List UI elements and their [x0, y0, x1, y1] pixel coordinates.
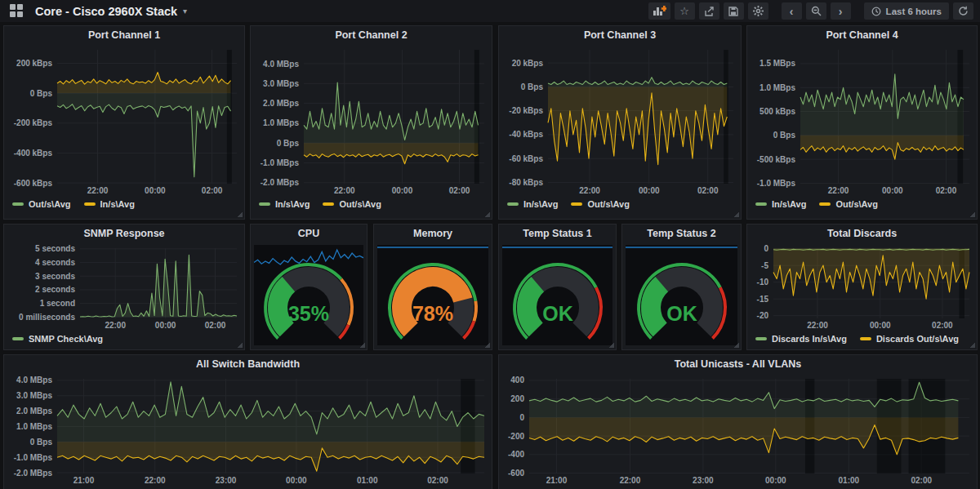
legend-item[interactable]: Out/s\Avg: [323, 199, 381, 209]
time-back-button[interactable]: ‹: [782, 2, 802, 20]
panel-title[interactable]: SNMP Response: [4, 224, 244, 243]
legend-item[interactable]: In/s\Avg: [84, 199, 135, 209]
legend-swatch: [571, 202, 582, 206]
refresh-icon: [958, 6, 969, 16]
y-axis-tick-label: 5 seconds: [35, 244, 75, 253]
time-series-chart[interactable]: 200 kBps0 Bps-200 kBps-400 kBps-600 kBps…: [7, 45, 242, 197]
x-axis-tick-label: 23:00: [216, 476, 237, 485]
legend-item[interactable]: Discards Out/s\Avg: [860, 334, 959, 344]
panel-all-switch-bandwidth: All Switch Bandwidth 4.0 MBps3.0 MBps2.0…: [3, 354, 492, 489]
gauge: OK: [629, 249, 734, 344]
panel-resize-handle[interactable]: [969, 341, 975, 348]
save-button[interactable]: [724, 2, 744, 20]
chevron-right-icon: ›: [839, 6, 843, 17]
share-button[interactable]: [699, 2, 719, 20]
top-navbar: Core - Cisco 2960X Stack ▾ ☆: [0, 0, 980, 22]
x-axis-tick-label: 02:00: [911, 476, 932, 485]
y-axis-tick-label: -600: [508, 469, 524, 478]
y-axis-tick-label: 1.5 MBps: [760, 59, 795, 68]
panel-resize-handle[interactable]: [359, 341, 365, 348]
gauge-value: OK: [666, 302, 697, 325]
legend-item[interactable]: In/s\Avg: [755, 199, 806, 209]
y-axis-tick-label: 0 Bps: [30, 438, 53, 447]
chart-legend: In/s\AvgOut/s\Avg: [251, 197, 492, 211]
time-series-chart[interactable]: 4.0 MBps3.0 MBps2.0 MBps1.0 MBps0 Bps-1.…: [253, 45, 489, 197]
legend-label: In/s\Avg: [100, 199, 135, 209]
panel-resize-handle[interactable]: [608, 341, 614, 348]
settings-button[interactable]: [748, 2, 768, 20]
panel-resize-handle[interactable]: [969, 211, 975, 217]
legend-item[interactable]: In/s\Avg: [259, 199, 310, 209]
zoom-out-button[interactable]: [806, 2, 826, 20]
panel-title[interactable]: All Switch Bandwidth: [4, 355, 492, 374]
y-axis-tick-label: -2.0 MBps: [261, 178, 300, 187]
x-axis-tick-label: 00:00: [392, 186, 413, 195]
gauge: 78%: [381, 249, 485, 344]
legend-item[interactable]: Out/s\Avg: [571, 199, 630, 209]
panel-title[interactable]: Port Channel 2: [251, 26, 492, 45]
panel-cpu-gauge: CPU 35%: [250, 224, 368, 350]
panel-title[interactable]: Total Discards: [747, 224, 977, 243]
y-axis-tick-label: 4 seconds: [35, 258, 75, 267]
panel-resize-handle[interactable]: [733, 341, 739, 348]
dashboard-dropdown-caret[interactable]: ▾: [183, 7, 187, 16]
x-axis-tick-label: 02:00: [697, 186, 719, 195]
panel-title[interactable]: Memory: [374, 224, 492, 243]
legend-item[interactable]: In/s\Avg: [507, 199, 558, 209]
time-series-chart[interactable]: 1.5 MBps1.0 MBps500 kBps0 Bps-500 kBps-1…: [750, 45, 974, 197]
legend-item[interactable]: Out/s\Avg: [12, 199, 71, 209]
refresh-button[interactable]: [953, 2, 973, 20]
time-series-chart[interactable]: 4.0 MBps3.0 MBps2.0 MBps1.0 MBps0 Bps-1.…: [7, 374, 489, 487]
legend-item[interactable]: Discards In/s\Avg: [755, 334, 847, 344]
legend-label: In/s\Avg: [772, 199, 806, 209]
time-forward-button[interactable]: ›: [831, 2, 851, 20]
y-axis-tick-label: 0 Bps: [30, 89, 53, 98]
time-range-picker[interactable]: Last 6 hours: [864, 2, 949, 20]
panel-port-channel-2: Port Channel 2 4.0 MBps3.0 MBps2.0 MBps1…: [250, 25, 492, 220]
x-axis-tick-label: 00:00: [286, 476, 307, 485]
legend-swatch: [84, 202, 96, 206]
y-axis-tick-label: -60 kBps: [509, 154, 543, 163]
x-axis-tick-label: 00:00: [145, 186, 166, 195]
x-axis-tick-label: 02:00: [427, 476, 448, 485]
y-axis-tick-label: -2.0 MBps: [14, 469, 53, 478]
panel-resize-handle[interactable]: [236, 341, 243, 348]
star-icon: ☆: [679, 6, 689, 16]
panel-resize-handle[interactable]: [733, 211, 739, 217]
x-axis-tick-label: 02:00: [449, 186, 470, 195]
legend-item[interactable]: SNMP Check\Avg: [12, 334, 103, 344]
panel-title[interactable]: Port Channel 3: [499, 26, 741, 45]
time-series-chart[interactable]: 20 kBps0 Bps-20 kBps-40 kBps-60 kBps-80 …: [501, 45, 738, 197]
panel-title[interactable]: Temp Status 1: [499, 224, 616, 243]
panel-title[interactable]: Port Channel 4: [747, 26, 977, 45]
y-axis-tick-label: 0 milliseconds: [19, 313, 75, 322]
star-button[interactable]: ☆: [675, 2, 695, 20]
panel-snmp-response: SNMP Response 5 seconds4 seconds3 second…: [3, 224, 245, 350]
grafana-menu-icon[interactable]: [10, 4, 24, 18]
panel-resize-handle[interactable]: [483, 211, 490, 217]
panel-temp-status-1-gauge: Temp Status 1 OK: [498, 224, 617, 350]
panel-port-channel-3: Port Channel 3 20 kBps0 Bps-20 kBps-40 k…: [498, 25, 742, 220]
panel-title[interactable]: Port Channel 1: [4, 26, 244, 45]
gauge-body: OK: [626, 245, 737, 345]
y-axis-tick-label: 2.0 MBps: [263, 99, 299, 108]
y-axis-tick-label: -20 kBps: [509, 106, 543, 115]
panel-resize-handle[interactable]: [236, 211, 243, 217]
panel-title[interactable]: Temp Status 2: [622, 224, 741, 243]
panel-resize-handle[interactable]: [483, 341, 490, 348]
clock-icon: [871, 7, 881, 16]
panel-title[interactable]: CPU: [251, 224, 367, 243]
dashboard-title[interactable]: Core - Cisco 2960X Stack: [35, 5, 177, 18]
y-axis-tick-label: -15: [757, 295, 769, 304]
y-axis-tick-label: 20 kBps: [512, 59, 544, 68]
x-axis-tick-label: 00:00: [765, 476, 786, 485]
add-panel-button[interactable]: [648, 2, 670, 20]
time-series-chart[interactable]: 4002000-200-400-60021:0022:0023:0000:000…: [501, 374, 974, 487]
panel-port-channel-4: Port Channel 4 1.5 MBps1.0 MBps500 kBps0…: [746, 25, 978, 220]
gauge-body: OK: [502, 245, 612, 345]
time-series-chart[interactable]: 5 seconds4 seconds3 seconds2 seconds1 se…: [7, 243, 242, 331]
legend-item[interactable]: Out/s\Avg: [819, 199, 878, 209]
panel-title[interactable]: Total Unicasts - All VLANs: [499, 355, 977, 374]
legend-label: In/s\Avg: [523, 199, 558, 209]
time-series-chart[interactable]: 0-5-10-15-2022:0000:0002:00: [750, 243, 974, 331]
